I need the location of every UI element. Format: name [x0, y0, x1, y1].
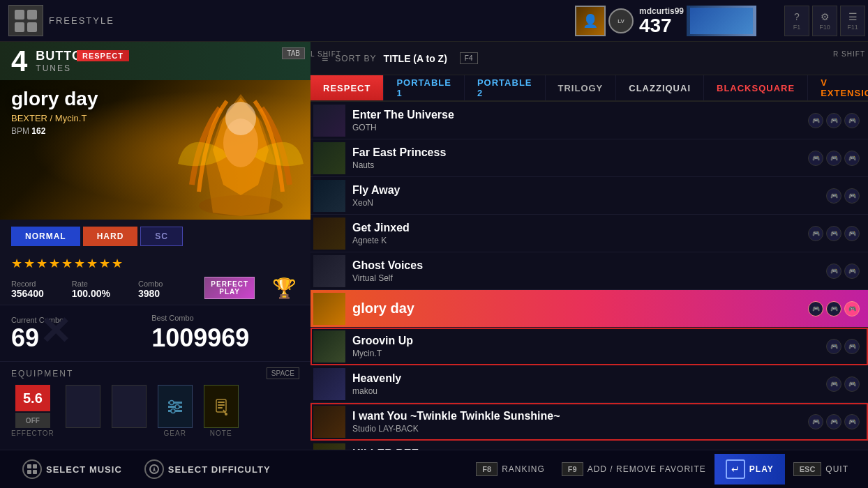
svg-rect-18 — [218, 407, 223, 409]
song-info-2: Far East Princess Nauts — [352, 146, 808, 170]
diff-icons-4: 🎮 🎮 🎮 — [808, 226, 860, 241]
song-info-8: Heavenly makou — [352, 372, 826, 396]
speed-value[interactable]: 5.6 — [15, 385, 50, 411]
song-row-enter-the-universe[interactable]: Enter The Universe GOTH 🎮 🎮 🎮 — [310, 102, 868, 139]
equipment-label: EQUIPMENT — [11, 369, 73, 379]
song-info-5: Ghost Voices Virtual Self — [352, 259, 826, 283]
tab-portable2[interactable]: PORTABLE 2 — [465, 75, 546, 100]
button-tunes-header: 4 BUTTON TUNES RESPECT TAB — [0, 42, 310, 80]
select-music-btn[interactable]: SELECT MUSIC — [11, 459, 133, 479]
gear-label: GEAR — [164, 429, 186, 437]
equip-slot-2 — [112, 385, 147, 429]
song-row-get-jinxed[interactable]: Get Jinxed Agnete K 🎮 🎮 🎮 — [310, 215, 868, 252]
equip-slot-empty-2[interactable] — [112, 385, 147, 428]
rate-label: Rate — [72, 280, 110, 288]
tab-clazziquai[interactable]: CLAZZIQUAI — [616, 75, 704, 100]
svg-rect-22 — [27, 470, 31, 474]
song-row-heavenly[interactable]: Heavenly makou 🎮 🎮 — [310, 365, 868, 403]
esc-key: ESC — [793, 462, 822, 476]
fever-off[interactable]: OFF — [15, 413, 50, 428]
song-row-glory-day[interactable]: glory day 🎮 🎮 🎮 — [310, 290, 868, 328]
tab-blacksquare[interactable]: BLACKSQUARE — [704, 75, 808, 100]
quit-button[interactable]: ESC QUIT — [785, 462, 857, 476]
equip-slot-empty-1[interactable] — [66, 385, 100, 428]
star-9: ★ — [112, 256, 123, 271]
play-button[interactable]: ↵ PLAY — [714, 454, 785, 485]
song-thumb-1 — [313, 105, 345, 137]
gear-slot: GEAR — [158, 385, 193, 437]
star-3: ★ — [36, 256, 47, 271]
svg-rect-16 — [218, 402, 225, 403]
diff-icons-8: 🎮 🎮 — [826, 376, 860, 392]
select-difficulty-btn[interactable]: SELECT DIFFICULTY — [133, 459, 282, 479]
play-label: PLAY — [749, 464, 774, 474]
song-bpm: BPM 162 — [11, 126, 98, 136]
song-info-6: glory day — [352, 300, 808, 317]
menu-icon: ☰ — [848, 11, 858, 22]
tab-portable1[interactable]: PORTABLE 1 — [384, 75, 465, 100]
settings-button[interactable]: ⚙ F10 — [812, 6, 837, 36]
difficulty-buttons: NORMAL HARD SC — [0, 220, 310, 253]
tab-respect[interactable]: RESPECT — [310, 75, 384, 100]
star-6: ★ — [74, 256, 85, 271]
favorite-label: ADD / REMOVE FAVORITE — [588, 464, 706, 474]
user-avatar: 👤 — [575, 6, 606, 36]
gear-icon: ⚙ — [821, 11, 830, 22]
r-shift-label: R SHIFT — [833, 50, 865, 58]
stars-row: ★ ★ ★ ★ ★ ★ ★ ★ ★ — [0, 253, 310, 274]
stats-area: Record 356400 Rate 100.00% Combo 3980 PE… — [0, 274, 310, 305]
select-difficulty-label: SELECT DIFFICULTY — [168, 464, 271, 475]
song-info-4: Get Jinxed Agnete K — [352, 222, 808, 245]
sort-label: SORT BY — [335, 54, 376, 63]
best-combo-label: Best Combo — [151, 314, 299, 322]
note-control[interactable] — [204, 385, 239, 428]
menu-button[interactable]: ☰ F11 — [840, 6, 865, 36]
char-illustration — [171, 80, 310, 220]
song-info-9: I want You ~Twinkle Twinkle Sunshine~ St… — [352, 410, 808, 434]
top-right-buttons: ? F1 ⚙ F10 ☰ F11 — [784, 6, 865, 36]
song-row-killer-bee[interactable]: KILLER BEE GOTH 🎮 🎮 🎮 — [310, 441, 868, 450]
sort-value[interactable]: TITLE (A to Z) — [384, 53, 447, 64]
svg-rect-17 — [218, 404, 225, 406]
sort-key[interactable]: F4 — [460, 52, 478, 64]
svg-point-13 — [175, 405, 179, 409]
ranking-btn[interactable]: F8 RANKING — [467, 462, 553, 476]
song-row-fly-away[interactable]: Fly Away XeoN 🎮 🎮 — [310, 177, 868, 215]
sc-button[interactable]: SC — [140, 227, 183, 246]
button-number: 4 — [11, 47, 27, 76]
ranking-key: F8 — [476, 462, 497, 476]
help-button[interactable]: ? F1 — [784, 6, 809, 36]
equipment-header: EQUIPMENT SPACE — [11, 367, 299, 379]
combo-area: Current Combo 69 ✕ Best Combo 1009969 — [0, 305, 310, 361]
gear-control[interactable] — [158, 385, 193, 428]
play-icon: ↵ — [726, 459, 745, 479]
combo-value: 3980 — [138, 288, 163, 299]
svg-rect-1 — [27, 10, 37, 20]
diff-icons-3: 🎮 🎮 — [826, 188, 860, 204]
svg-point-19 — [225, 413, 227, 415]
hard-button[interactable]: HARD — [83, 227, 138, 246]
select-music-icon — [22, 459, 42, 479]
tab-trilogy[interactable]: TRILOGY — [546, 75, 617, 100]
tab-vextension[interactable]: V EXTENSION — [808, 75, 868, 100]
song-thumb-9 — [313, 406, 345, 438]
normal-button[interactable]: NORMAL — [11, 227, 80, 246]
song-row-groovin-up[interactable]: Groovin Up Mycin.T 🎮 🎮 — [310, 328, 868, 365]
star-5: ★ — [61, 256, 73, 271]
song-thumb-2 — [313, 142, 345, 174]
user-profile: 👤 LV mdcurtis99 437 — [575, 6, 756, 36]
select-difficulty-icon — [144, 459, 164, 479]
song-thumb-6 — [313, 293, 345, 325]
svg-point-12 — [170, 401, 174, 405]
song-row-far-east-princess[interactable]: Far East Princess Nauts 🎮 🎮 🎮 — [310, 139, 868, 177]
song-row-ghost-voices[interactable]: Ghost Voices Virtual Self 🎮 🎮 — [310, 252, 868, 290]
user-banner — [687, 6, 756, 36]
favorite-btn[interactable]: F9 ADD / REMOVE FAVORITE — [553, 462, 714, 476]
song-row-i-want-you[interactable]: I want You ~Twinkle Twinkle Sunshine~ St… — [310, 403, 868, 441]
space-key: SPACE — [267, 367, 299, 379]
star-7: ★ — [87, 256, 98, 271]
current-combo-section: Current Combo 69 ✕ — [11, 316, 110, 351]
freestyle-label: FREESTYLE — [49, 15, 114, 26]
effector-label: EFFECTOR — [11, 429, 54, 437]
svg-point-8 — [225, 102, 256, 135]
